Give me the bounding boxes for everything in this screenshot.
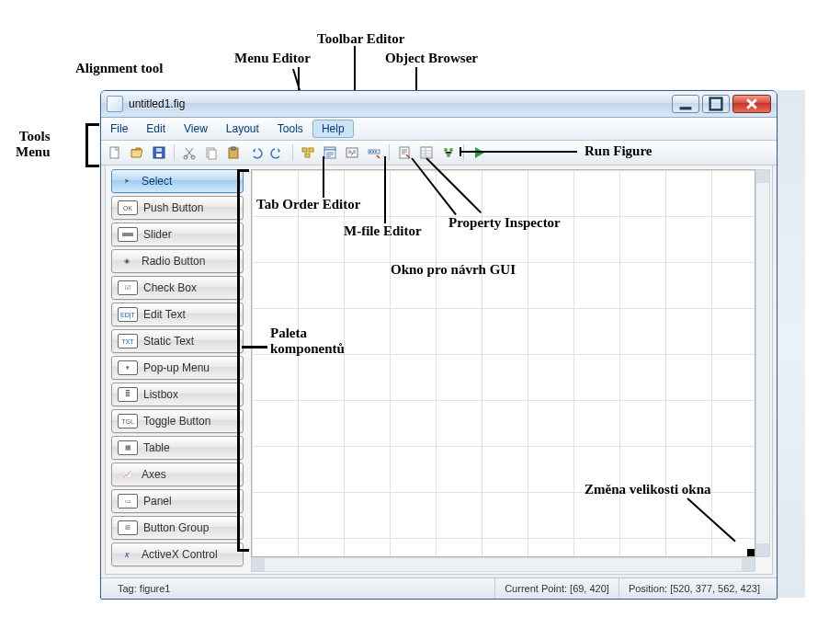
tb-tab-order-icon[interactable] — [342, 143, 362, 163]
pal-static-text[interactable]: TXTStatic Text — [111, 329, 244, 353]
svg-rect-1 — [710, 98, 722, 110]
pal-edit-text[interactable]: ED|TEdit Text — [111, 303, 244, 326]
annot-canvas-label: Okno pro návrh GUI — [391, 262, 516, 278]
menu-view[interactable]: View — [175, 118, 217, 140]
pal-label: Listbox — [143, 388, 178, 401]
tb-new-icon[interactable] — [105, 143, 125, 163]
annot-run-figure: Run Figure — [585, 143, 652, 159]
guide-window: untitled1.fig File Edit View Layout Tool… — [100, 90, 778, 600]
svg-rect-4 — [156, 154, 162, 157]
pal-label: Pop-up Menu — [143, 361, 210, 374]
titlebar[interactable]: untitled1.fig — [101, 91, 777, 118]
pal-axes[interactable]: 📈Axes — [111, 463, 244, 486]
horizontal-scrollbar[interactable] — [251, 557, 755, 572]
menu-file[interactable]: File — [101, 118, 137, 140]
tb-toolbar-editor-icon[interactable] — [364, 143, 384, 163]
tb-undo-icon[interactable] — [245, 143, 266, 163]
close-button[interactable] — [732, 95, 771, 113]
radio-icon: ◉ — [118, 255, 136, 268]
pal-label: Radio Button — [142, 255, 205, 268]
menu-tools[interactable]: Tools — [268, 118, 312, 140]
tb-align-icon[interactable] — [298, 143, 318, 163]
activex-icon: X — [118, 548, 136, 561]
tb-redo-icon[interactable] — [267, 143, 288, 163]
annot-property-inspector: Property Inspector — [448, 215, 561, 231]
menu-help[interactable]: Help — [312, 120, 354, 138]
pal-label: Axes — [142, 468, 166, 481]
leader-mfile — [384, 156, 386, 223]
svg-rect-21 — [375, 151, 377, 153]
list-icon: ≣ — [118, 387, 138, 402]
tb-copy-icon[interactable] — [201, 143, 221, 163]
edit-icon: ED|T — [118, 307, 138, 322]
app-icon — [107, 96, 123, 112]
window-buttons — [672, 95, 771, 113]
pal-label: Select — [142, 175, 172, 188]
pal-toggle-button[interactable]: TGLToggle Button — [111, 409, 244, 433]
component-palette: ➤Select OKPush Button Slider ◉Radio Butt… — [111, 169, 244, 566]
table-icon: ▦ — [118, 440, 138, 455]
pal-select[interactable]: ➤Select — [111, 169, 244, 193]
leader-palette — [242, 346, 267, 348]
toggle-icon: TGL — [118, 414, 138, 428]
pal-button-group[interactable]: ⊞Button Group — [111, 516, 244, 540]
popup-icon: ▾ — [118, 360, 138, 375]
pal-radio-button[interactable]: ◉Radio Button — [111, 249, 244, 273]
tb-cut-icon[interactable] — [179, 143, 199, 163]
svg-rect-2 — [110, 147, 119, 158]
bracket-palette — [237, 169, 249, 552]
group-icon: ⊞ — [118, 520, 138, 535]
status-current-point: Current Point: [69, 420] — [494, 578, 619, 599]
annot-palette-label: Paleta komponentů — [270, 326, 345, 357]
slider-icon — [118, 227, 138, 242]
pal-label: ActiveX Control — [142, 548, 218, 561]
txt-icon: TXT — [118, 334, 138, 348]
window-title: untitled1.fig — [129, 97, 672, 110]
tb-save-icon[interactable] — [149, 143, 169, 163]
toolbar — [101, 141, 777, 166]
pal-popup-menu[interactable]: ▾Pop-up Menu — [111, 356, 244, 380]
menu-layout[interactable]: Layout — [217, 118, 268, 140]
resize-handle[interactable] — [747, 549, 755, 556]
pal-label: Panel — [143, 495, 172, 508]
annot-mfile-editor: M-file Editor — [344, 223, 422, 239]
svg-rect-13 — [309, 148, 313, 152]
pal-activex-control[interactable]: XActiveX Control — [111, 543, 244, 566]
pal-label: Button Group — [143, 521, 209, 534]
tb-open-icon[interactable] — [127, 143, 147, 163]
axes-icon: 📈 — [118, 468, 136, 481]
vertical-scrollbar[interactable] — [755, 169, 770, 557]
tb-run-icon[interactable] — [469, 143, 489, 163]
svg-rect-19 — [369, 151, 371, 153]
leader-run — [460, 151, 577, 153]
cursor-icon: ➤ — [118, 175, 136, 188]
leader-run-arrow — [460, 147, 461, 156]
pal-table[interactable]: ▦Table — [111, 436, 244, 460]
pal-listbox[interactable]: ≣Listbox — [111, 383, 244, 406]
pal-panel[interactable]: ▭Panel — [111, 489, 244, 513]
annot-menu-editor: Menu Editor — [234, 51, 311, 66]
svg-rect-20 — [372, 151, 374, 153]
status-position: Position: [520, 377, 562, 423] — [619, 578, 769, 599]
annot-resize-label: Změna velikosti okna — [585, 482, 711, 497]
svg-rect-11 — [232, 147, 235, 150]
pal-label: Table — [143, 441, 170, 454]
status-tag: Tag: figure1 — [108, 583, 179, 594]
menu-edit[interactable]: Edit — [137, 118, 175, 140]
minimize-button[interactable] — [672, 95, 699, 113]
svg-rect-14 — [305, 154, 310, 157]
svg-point-24 — [444, 148, 448, 152]
pal-slider[interactable]: Slider — [111, 223, 244, 246]
menubar: File Edit View Layout Tools Help — [101, 118, 777, 141]
statusbar: Tag: figure1 Current Point: [69, 420] Po… — [101, 577, 777, 599]
tb-object-browser-icon[interactable] — [438, 143, 459, 163]
leader-tab — [323, 156, 324, 198]
desktop-edge — [778, 90, 805, 598]
pal-label: Check Box — [143, 281, 197, 294]
stage: Tools Menu Alignment tool Menu Editor To… — [0, 0, 840, 617]
pal-push-button[interactable]: OKPush Button — [111, 196, 244, 220]
annot-alignment-tool: Alignment tool — [75, 61, 163, 76]
maximize-button[interactable] — [702, 95, 730, 113]
pal-check-box[interactable]: ☑Check Box — [111, 276, 244, 300]
tb-paste-icon[interactable] — [223, 143, 244, 163]
